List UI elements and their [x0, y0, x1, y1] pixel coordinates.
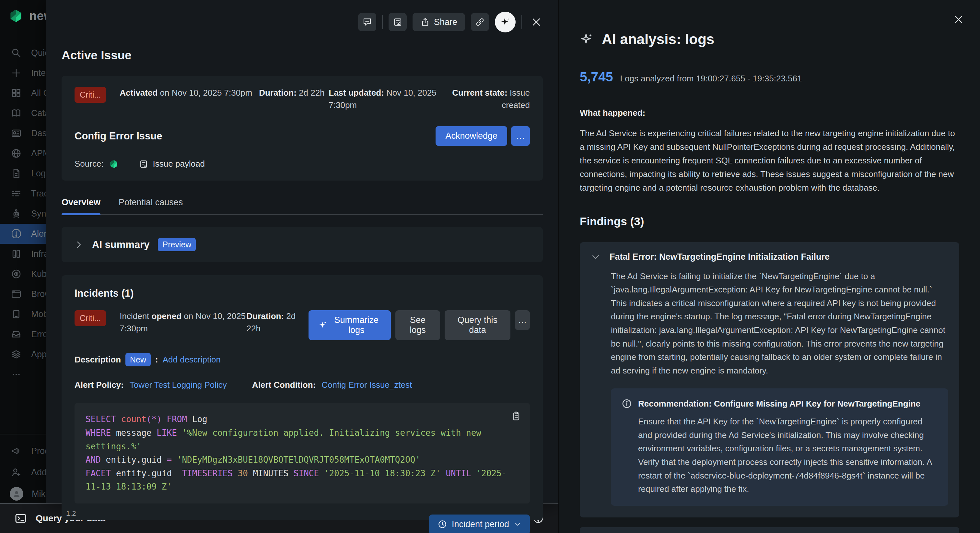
- sparkle-icon: [500, 17, 511, 27]
- share-button[interactable]: Share: [412, 13, 465, 31]
- clock-icon: [438, 519, 447, 529]
- chevron-down-icon: [591, 252, 600, 262]
- colon: :: [155, 355, 158, 365]
- query-token: FROM: [167, 414, 187, 424]
- finding-expanded: Fatal Error: NewTargetingEngine Initiali…: [580, 242, 959, 517]
- tab-potential-causes[interactable]: Potential causes: [119, 198, 183, 214]
- see-logs-button[interactable]: See logs: [395, 310, 440, 340]
- copy-query-icon[interactable]: [511, 411, 522, 421]
- alert-icon: [10, 227, 23, 240]
- avatar-icon: [10, 487, 23, 501]
- alert-policy-label: Alert Policy:: [75, 380, 124, 390]
- query-token: 30: [238, 469, 248, 478]
- logs-analyzed-caption: Logs analyzed from 19:00:27.655 - 19:35:…: [620, 73, 802, 84]
- alert-condition-link[interactable]: Config Error Issue_ztest: [321, 380, 412, 390]
- query-token: SELECT: [86, 414, 121, 424]
- ai-assistant-button[interactable]: [495, 12, 515, 32]
- browser-icon: [10, 287, 23, 300]
- mobile-icon: [10, 308, 23, 321]
- query-token: entity.guid: [101, 455, 167, 464]
- comment-button[interactable]: [358, 13, 376, 31]
- issue-more-button[interactable]: …: [511, 126, 530, 146]
- incident-period-button[interactable]: Incident period: [429, 514, 530, 533]
- query-token: '2025-11-10 18:30:23 Z': [324, 469, 441, 478]
- query-token: WHERE: [86, 428, 111, 438]
- issue-payload-button[interactable]: Issue payload: [139, 159, 205, 169]
- modal-close-button[interactable]: [528, 14, 545, 30]
- link-icon: [475, 17, 485, 27]
- logs-analyzed-count: 5,745: [580, 69, 613, 85]
- query-token: =: [167, 455, 177, 464]
- ai-summary-expander[interactable]: AI summary Preview: [62, 227, 543, 262]
- finding-header[interactable]: Fatal Error: NewTargetingEngine Initiali…: [591, 252, 948, 262]
- query-token: entity.guid: [111, 469, 182, 478]
- share-icon: [420, 17, 430, 27]
- query-token: [319, 469, 324, 478]
- search-icon: [10, 46, 23, 59]
- collapsed-findings: NullPointerException during Ad Request P…: [580, 527, 959, 533]
- ai-summary-title: AI summary: [92, 239, 150, 251]
- modal-toolbar: Share: [358, 12, 545, 32]
- issue-title: Config Error Issue: [75, 130, 162, 142]
- book-icon: [10, 107, 23, 120]
- globe-icon: [10, 147, 23, 160]
- incident-more-button[interactable]: …: [515, 310, 530, 330]
- layers-icon: [10, 348, 23, 361]
- active-issue-modal: Share Active Issue Criti... Activated on…: [46, 0, 558, 503]
- incident-severity-badge: Criti...: [75, 310, 106, 326]
- query-token: FACET: [86, 469, 111, 478]
- ai-panel-close-button[interactable]: [950, 11, 967, 28]
- ai-analysis-panel: AI analysis: logs 5,745 Logs analyzed fr…: [558, 0, 980, 533]
- issue-payload-icon: [139, 159, 148, 169]
- megaphone-icon: [10, 445, 23, 458]
- nrql-query-block: SELECT count(*) FROM Log WHERE message L…: [75, 403, 530, 504]
- source-new-relic-icon: [109, 159, 119, 169]
- query-token: count: [121, 414, 146, 424]
- finding-title: Fatal Error: NewTargetingEngine Initiali…: [609, 252, 830, 262]
- finding-body: The Ad Service is failing to initialize …: [611, 270, 948, 378]
- recommendation-box: Recommendation: Configure Missing API Ke…: [611, 388, 948, 506]
- kubernetes-icon: [10, 268, 23, 281]
- query-token: [177, 428, 182, 438]
- current-state-field: Current state: Issue created: [452, 87, 530, 111]
- summarize-logs-button[interactable]: Summarize logs: [309, 310, 391, 340]
- note-edit-icon: [393, 17, 402, 27]
- share-label: Share: [434, 17, 457, 27]
- robot-icon: [10, 207, 23, 220]
- query-token: UNTIL: [445, 469, 471, 478]
- document-icon: [10, 167, 23, 180]
- recommendation-body: Ensure that the API Key for the `NewTarg…: [638, 415, 938, 496]
- alert-policy-link[interactable]: Tower Test Logging Policy: [130, 380, 227, 390]
- issue-tabs: Overview Potential causes: [62, 198, 543, 215]
- query-token: Log: [187, 414, 207, 424]
- plus-icon: [10, 67, 23, 80]
- alert-condition-label: Alert Condition:: [252, 380, 316, 390]
- query-this-data-button[interactable]: Query this data: [445, 310, 511, 340]
- copy-link-button[interactable]: [471, 13, 489, 31]
- incident-duration-field: Duration: 2d 22h: [247, 310, 309, 335]
- add-description-link[interactable]: Add description: [163, 355, 221, 365]
- acknowledge-button[interactable]: Acknowledge: [436, 126, 507, 146]
- ellipsis-icon: [10, 368, 23, 381]
- sparkle-icon: [318, 321, 327, 330]
- close-icon: [953, 14, 964, 25]
- query-token: MINUTES: [248, 469, 294, 478]
- query-token: AND: [86, 455, 101, 464]
- tab-overview[interactable]: Overview: [62, 198, 100, 214]
- notes-button[interactable]: [388, 13, 407, 31]
- query-token: [471, 469, 476, 478]
- finding-collapsed[interactable]: NullPointerException during Ad Request P…: [580, 527, 959, 533]
- findings-heading: Findings (3): [580, 215, 959, 228]
- terminal-icon: [14, 512, 27, 525]
- query-token: [441, 469, 446, 478]
- severity-badge: Criti...: [75, 87, 106, 103]
- toolbar-divider: [382, 15, 383, 29]
- query-token: SINCE: [294, 469, 319, 478]
- last-updated-field: Last updated: Nov 10, 2025 7:30pm: [329, 87, 452, 111]
- close-icon: [531, 16, 542, 27]
- chevron-right-icon: [74, 240, 84, 250]
- issue-status-card: Criti... Activated on Nov 10, 2025 7:30p…: [62, 76, 543, 180]
- sparkle-icon: [580, 32, 593, 46]
- description-label: Description: [75, 355, 121, 365]
- nrql-query: SELECT count(*) FROM Log WHERE message L…: [86, 413, 519, 494]
